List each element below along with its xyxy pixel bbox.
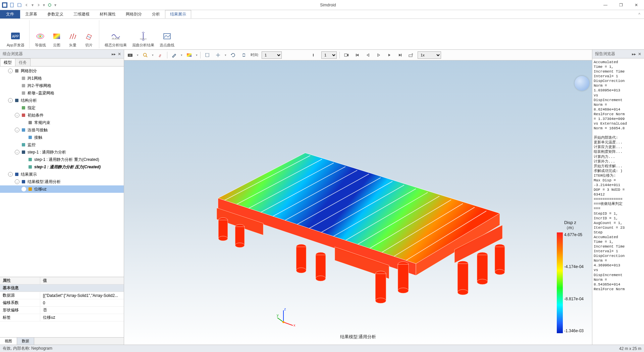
qat-redo-icon[interactable] [36,2,41,8]
right-panel-header: 报告浏览器 ▸▸ ✕ [592,50,644,58]
skip-end-icon[interactable] [396,51,404,59]
rotate-icon[interactable] [229,51,237,59]
menu-file-button[interactable]: 文件 [0,10,20,18]
status-left: 有效, 内部名称: Nephogram [3,346,52,351]
tree-node[interactable]: -结果模型:通用分析 [0,178,124,185]
window-minimize-button[interactable]: — [598,0,613,10]
property-row[interactable]: 偏移系数0 [0,299,124,307]
select-box-icon[interactable] [203,51,211,59]
legend-title-a: Disp z [564,220,577,225]
menu-tab-4[interactable]: 网格剖分 [121,10,147,18]
tree-node[interactable]: 跨2-平移网格 [0,82,124,89]
tab-view[interactable]: 视图 [0,338,17,345]
tree-node[interactable]: step-1 : 通用静力分析 压力(Created) [0,163,124,171]
prop-value: 否 [40,307,124,314]
tree-node[interactable]: -初始条件 [0,112,124,119]
model-tree[interactable]: -网格剖分跨1网格跨2-平移网格桥墩--盖梁网格-结构分析指定-初始条件常规约束… [0,67,124,277]
tree-node[interactable]: -结果展示 [0,171,124,178]
left-panel: 组合浏览器 ▸▸ ✕ 模型 任务 -网格剖分跨1网格跨2-平移网格桥墩--盖梁网… [0,50,124,345]
qat-refresh-icon[interactable] [47,2,52,8]
navigation-cube[interactable] [575,76,589,91]
svg-rect-40 [206,53,209,57]
tree-node-label: step-1 : 通用静力分析 重力(Created) [34,157,99,163]
ribbon-contour-button[interactable]: 等值线 [33,30,48,48]
tab-data[interactable]: 数据 [17,338,34,345]
window-maximize-button[interactable]: ❐ [613,0,629,10]
tree-node[interactable]: 桥墩--盖梁网格 [0,89,124,97]
play-icon[interactable] [375,51,383,59]
ribbon-collapse-button[interactable]: ^ [635,10,644,18]
qat-new-icon[interactable] [9,2,15,8]
time-select[interactable]: 1 [262,51,282,59]
tree-node[interactable]: 指定 [0,104,124,112]
viewport-canvas[interactable]: z x y Disp z （m） 4.677e-05-4.174e-04-8.8… [124,60,592,345]
svg-rect-28 [22,143,25,146]
tab-task[interactable]: 任务 [15,58,31,66]
panel-close-icon[interactable]: ✕ [638,52,641,56]
axes-icon[interactable] [214,51,222,59]
menu-tab-0[interactable]: 主屏幕 [20,10,42,18]
ribbon-cloud-button[interactable]: 云图 [49,30,64,48]
svg-line-38 [146,56,147,57]
tree-node[interactable]: 接触 [0,134,124,141]
tree-node[interactable]: 位移uz [0,185,124,193]
qat-undo-icon[interactable] [24,2,30,8]
step-back-icon[interactable] [364,51,372,59]
property-row[interactable]: 形状偏移否 [0,307,124,314]
panel-pin-icon[interactable]: ▸▸ [112,52,116,56]
property-row[interactable]: 标签位移uz [0,314,124,321]
ribbon-pick-curve-button[interactable]: 选点曲线 [158,30,176,48]
ribbon-app-dev-button[interactable]: APPApp开发器 [5,30,26,48]
pen-icon[interactable] [170,51,178,59]
menu-tab-5[interactable]: 分析 [147,10,165,18]
svg-rect-86 [398,264,409,291]
svg-line-101 [277,318,283,322]
colormap-icon[interactable] [185,51,193,59]
tree-node[interactable]: 常规约束 [0,119,124,126]
qat-save-icon[interactable] [17,2,22,8]
ribbon-modal-button[interactable]: 模态分析结果 [103,30,129,48]
ribbon-vector-button[interactable]: 矢量 [65,30,80,48]
step-forward-icon[interactable] [385,51,393,59]
record-icon[interactable] [342,51,351,59]
tree-node[interactable]: -step-1 : 通用静力分析 [0,148,124,156]
menu-tab-2[interactable]: 三维建模 [68,10,95,18]
toolbar-time-label: 时间: [251,52,259,57]
tree-node[interactable]: step-1 : 通用静力分析 重力(Created) [0,156,124,163]
frame-select[interactable]: 1 [321,51,337,59]
tree-node[interactable]: -连接与接触 [0,126,124,134]
skip-start-icon[interactable] [353,51,361,59]
ribbon-slice-button[interactable]: 切片 [82,30,96,48]
report-log[interactable]: Accumulated Time = 1, Increment Time Int… [592,58,644,345]
tree-node[interactable]: 监控 [0,141,124,148]
tab-model[interactable]: 模型 [0,58,15,66]
svg-text:x: x [293,323,296,327]
menu-tab-1[interactable]: 参数定义 [42,10,68,18]
svg-point-90 [458,290,468,295]
panel-close-icon[interactable]: ✕ [118,52,121,56]
menu-tab-3[interactable]: 材料属性 [95,10,121,18]
tree-node[interactable]: 跨1网格 [0,75,124,82]
tree-node-label: step-1 : 通用静力分析 压力(Created) [34,164,101,170]
zoom-icon[interactable] [141,51,149,59]
menu-tab-6[interactable]: 结果展示 [165,10,191,18]
status-bar: 有效, 内部名称: Nephogram 42 m x 25 m [0,345,644,352]
legend-tick: 4.677e-05 [564,232,584,237]
svg-point-72 [218,236,228,241]
svg-rect-46 [401,54,401,56]
sync-icon[interactable] [240,51,248,59]
tree-node[interactable]: -结构分析 [0,97,124,104]
property-row[interactable]: 数据源[{"DataSet":["Array-Solid1","Array-So… [0,292,124,299]
tree-node[interactable]: -网格剖分 [0,67,124,75]
speed-select[interactable]: 1x [418,51,441,59]
ribbon-buckle-button[interactable]: 屈曲分析结果 [130,30,156,48]
window-close-button[interactable]: ✕ [629,0,644,10]
svg-rect-18 [15,69,18,73]
brush-icon[interactable] [156,51,164,59]
panel-pin-icon[interactable]: ▸▸ [632,52,636,56]
step-first-bar-icon[interactable] [311,51,319,59]
svg-rect-80 [316,255,326,278]
step-icon [21,149,26,155]
export-icon[interactable] [407,51,415,59]
camera-icon[interactable] [126,51,134,59]
